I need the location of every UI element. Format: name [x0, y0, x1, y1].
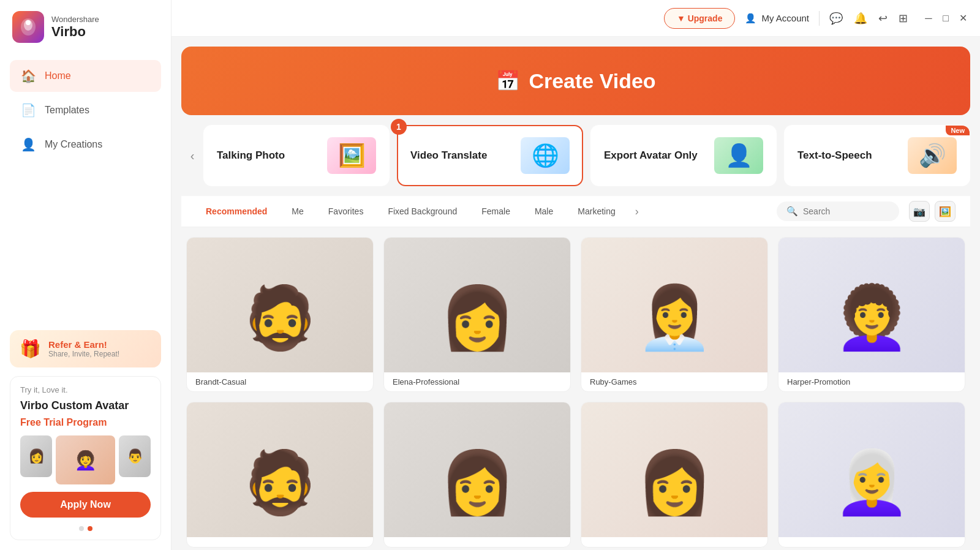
feature-card-export-avatar[interactable]: Export Avatar Only 👤	[590, 125, 777, 186]
trial-card[interactable]: Try it, Love it. Virbo Custom Avatar Fre…	[10, 376, 161, 540]
talking-photo-img: 🖼️	[327, 137, 376, 174]
titlebar-divider	[819, 11, 820, 26]
avatar-name-brandt: Brandt-Casual	[187, 372, 373, 391]
app-name: Virbo	[51, 24, 99, 40]
titlebar: ▼ Upgrade 👤 My Account 💬 🔔 ↩ ⊞ ─ □ ✕	[172, 0, 980, 37]
video-translate-label: Video Translate	[410, 149, 487, 162]
minimize-button[interactable]: ─	[924, 13, 933, 23]
trial-eyebrow: Try it, Love it.	[20, 385, 151, 394]
filter-tab-favorites[interactable]: Favorites	[318, 202, 374, 220]
account-icon: 👤	[745, 13, 756, 24]
avatar-card-5[interactable]: 🧔	[186, 402, 374, 548]
avatar-card-7[interactable]: 👩	[581, 402, 768, 548]
refer-card[interactable]: 🎁 Refer & Earn! Share, Invite, Repeat!	[10, 330, 161, 367]
history-icon[interactable]: ↩	[878, 12, 888, 25]
chat-icon[interactable]: 💬	[829, 12, 843, 25]
feature-prev-button[interactable]: ‹	[181, 115, 203, 196]
sidebar-bottom: 🎁 Refer & Earn! Share, Invite, Repeat! T…	[0, 320, 171, 550]
templates-icon: 📄	[21, 103, 36, 118]
feature-cards: Talking Photo 🖼️ 1 Video Translate 🌐	[203, 115, 970, 196]
dot-2	[88, 526, 92, 531]
avatar-card-8[interactable]: 👩‍🦳	[778, 402, 965, 548]
avatar-grid: 🧔 Brandt-Casual 👩 Elena-Professional 👩‍💼…	[172, 227, 980, 550]
avatar-card-brandt[interactable]: 🧔 Brandt-Casual	[186, 237, 374, 392]
carousel-dots	[20, 526, 151, 531]
create-video-icon: 📅	[496, 69, 520, 92]
avatar-name-harper: Harper-Promotion	[778, 372, 965, 391]
upgrade-button[interactable]: ▼ Upgrade	[664, 8, 736, 29]
upload-button-1[interactable]: 📷	[909, 201, 930, 222]
close-button[interactable]: ✕	[958, 13, 968, 23]
hero-title: Create Video	[529, 69, 655, 93]
sidebar-item-templates[interactable]: 📄 Templates	[10, 94, 161, 126]
home-icon: 🏠	[21, 69, 36, 83]
filter-tab-recommended[interactable]: Recommended	[196, 202, 277, 220]
notification-icon[interactable]: 🔔	[854, 12, 867, 25]
avatar-img-ruby: 👩‍💼	[581, 238, 767, 372]
titlebar-icons: 💬 🔔 ↩ ⊞	[829, 12, 908, 25]
avatar-card-elena[interactable]: 👩 Elena-Professional	[383, 237, 571, 392]
avatar-card-ruby[interactable]: 👩‍💼 Ruby-Games	[581, 237, 768, 392]
dot-1	[79, 526, 84, 531]
sidebar-item-my-creations[interactable]: 👤 My Creations	[10, 129, 161, 160]
feature-card-video-translate[interactable]: 1 Video Translate 🌐	[397, 125, 583, 186]
search-input[interactable]	[803, 206, 876, 216]
export-avatar-label: Export Avatar Only	[604, 149, 698, 162]
avatar-name-6	[384, 537, 570, 547]
search-box: 🔍	[777, 202, 899, 221]
talking-photo-label: Talking Photo	[217, 149, 285, 162]
feature-row: ‹ Talking Photo 🖼️ 1 Video Translate	[172, 115, 980, 196]
avatar-img-6: 👩	[384, 402, 570, 537]
avatar-name-8	[778, 537, 965, 547]
sidebar-item-home[interactable]: 🏠 Home	[10, 60, 161, 92]
grid-icon[interactable]: ⊞	[899, 12, 908, 25]
video-translate-img: 🌐	[521, 137, 570, 174]
trial-img-1: 👩	[20, 435, 52, 477]
feature-card-talking-photo[interactable]: Talking Photo 🖼️	[203, 125, 390, 186]
avatar-card-harper[interactable]: 👩‍🦱 Harper-Promotion	[778, 237, 965, 392]
account-button[interactable]: 👤 My Account	[745, 13, 809, 24]
avatar-img-8: 👩‍🦳	[778, 402, 965, 537]
account-label: My Account	[761, 13, 809, 23]
filter-tab-me[interactable]: Me	[282, 202, 313, 220]
text-to-speech-badge-new: New	[946, 126, 970, 135]
text-to-speech-img: 🔊	[908, 137, 957, 174]
trial-highlight: Free Trial Program	[20, 417, 151, 428]
feature-card-text-to-speech[interactable]: New Text-to-Speech 🔊	[784, 125, 970, 186]
upload-button-2[interactable]: 🖼️	[935, 201, 956, 222]
sidebar-nav: 🏠 Home 📄 Templates 👤 My Creations	[0, 54, 171, 167]
filter-tab-marketing[interactable]: Marketing	[568, 202, 625, 220]
avatar-img-5: 🧔	[187, 402, 373, 537]
avatar-img-brandt: 🧔	[187, 238, 373, 372]
filter-tab-male[interactable]: Male	[525, 202, 563, 220]
sidebar: Wondershare Virbo 🏠 Home 📄 Templates 👤 M…	[0, 0, 172, 550]
main-scroll: 📅 Create Video ‹ Talking Photo 🖼️	[172, 37, 980, 550]
refer-icon: 🎁	[20, 339, 41, 359]
avatar-name-5	[187, 537, 373, 547]
hero-banner: 📅 Create Video	[181, 47, 970, 115]
trial-title: Virbo Custom Avatar	[20, 399, 151, 412]
filter-more-button[interactable]: ›	[630, 203, 644, 220]
maximize-button[interactable]: □	[941, 13, 951, 23]
main-content: ▼ Upgrade 👤 My Account 💬 🔔 ↩ ⊞ ─ □ ✕ 📅 C…	[172, 0, 980, 550]
sidebar-item-home-label: Home	[45, 70, 71, 81]
sidebar-item-my-creations-label: My Creations	[45, 139, 102, 150]
apply-now-button[interactable]: Apply Now	[20, 492, 151, 518]
refer-title: Refer & Earn!	[48, 339, 119, 350]
filter-tab-fixed-bg[interactable]: Fixed Background	[378, 202, 467, 220]
app-brand: Wondershare	[51, 15, 99, 24]
export-avatar-img: 👤	[714, 137, 763, 174]
refer-subtitle: Share, Invite, Repeat!	[48, 350, 119, 358]
avatar-card-6[interactable]: 👩	[383, 402, 571, 548]
trial-img-main: 👩‍🦱	[56, 435, 115, 484]
window-controls: ─ □ ✕	[924, 13, 968, 23]
text-to-speech-label: Text-to-Speech	[797, 149, 872, 162]
trial-images: 👩 👩‍🦱 👨	[20, 435, 151, 484]
svg-point-2	[26, 20, 31, 25]
filter-row: Recommended Me Favorites Fixed Backgroun…	[181, 196, 970, 227]
filter-tab-female[interactable]: Female	[472, 202, 520, 220]
video-translate-badge: 1	[391, 119, 407, 135]
avatar-img-elena: 👩	[384, 238, 570, 372]
avatar-name-7	[581, 537, 767, 547]
content-area: 📅 Create Video ‹ Talking Photo 🖼️	[172, 47, 980, 550]
